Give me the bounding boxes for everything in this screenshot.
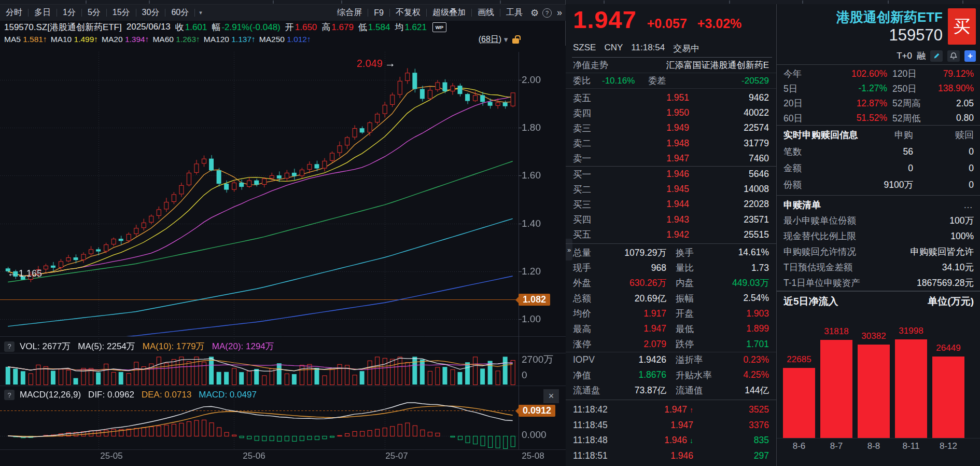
y-axis-tick: 1.00 [522, 313, 541, 325]
gear-icon[interactable]: ⚙ [528, 7, 541, 19]
flow-bar [932, 357, 964, 438]
commission-ratio-row: 委比 -10.16% 委差 -20529 [566, 73, 776, 89]
perf-row: 60日51.52%52周低0.80 [777, 111, 980, 126]
flow-bar-date: 8-12 [925, 441, 972, 451]
edit-pencil-icon[interactable] [930, 50, 943, 62]
field-低: 低1.584 [358, 21, 390, 33]
net-inflow-bar-chart: 226858-6318188-7303828-8319988-11264498-… [777, 313, 980, 466]
order-book-row[interactable]: 买二1.94514008 [566, 182, 776, 197]
order-book-row[interactable]: 卖五1.9519462 [566, 90, 776, 105]
tab-15分[interactable]: 15分 [107, 7, 136, 18]
tab-60分[interactable]: 60分 [165, 7, 194, 18]
ma-legend-row: MA5 1.581↑MA10 1.499↑MA20 1.394↑MA60 1.2… [0, 33, 567, 46]
low-price-annotation: ← 1.165 [7, 268, 42, 279]
subscription-redemption-info: 实时申购赎回信息 申购 赎回 笔数560金额00份额9100万0 [777, 127, 980, 193]
order-book-row[interactable]: 卖四1.95040022 [566, 105, 776, 120]
flow-bar-value: 31998 [888, 326, 934, 336]
exchange-status-row: SZSE CNY 11:18:54 交易中 [573, 43, 769, 54]
stat-row: 总量1079.29万换手14.61% [566, 245, 776, 260]
exchange-label: SZSE [573, 43, 596, 54]
tick-row: 11:18:481.946↓835 [566, 433, 776, 448]
unlock-icon[interactable] [512, 38, 519, 44]
performance-grid: 今年102.60%120日79.12%5日-1.27%250日138.90%20… [777, 66, 980, 126]
tab-30分[interactable]: 30分 [136, 7, 165, 18]
menu-F9[interactable]: F9 [368, 8, 389, 18]
toolbar-menu: 综合屏F9不复权超级叠加画线工具 [331, 7, 528, 18]
tab-5分[interactable]: 5分 [82, 7, 106, 18]
menu-超级叠加[interactable]: 超级叠加 [427, 7, 471, 18]
period-tabs: 分时多日1分5分15分30分60分 [0, 7, 195, 18]
perf-row: 5日-1.27%250日138.90% [777, 81, 980, 97]
x-axis-tick: 25-05 [100, 451, 122, 461]
alert-bell-icon[interactable] [947, 50, 960, 62]
dropdown-caret-icon[interactable]: ▾ [195, 9, 206, 16]
legend-MA250: MA250 1.012↑ [259, 35, 311, 44]
order-book-row[interactable]: 卖一1.9477460 [566, 151, 776, 166]
candlestick-chart[interactable] [0, 46, 566, 466]
field-开: 开1.650 [285, 21, 317, 33]
close-icon[interactable]: × [543, 389, 559, 403]
tab-1分[interactable]: 1分 [57, 7, 81, 18]
section-title: 申赎清单 [783, 199, 821, 211]
quote-panel: » 1.947 +0.057 +3.02% SZSE CNY 11:18:54 … [566, 4, 776, 466]
buy-button[interactable]: 买 [948, 8, 976, 45]
menu-画线[interactable]: 画线 [472, 7, 500, 18]
stat-row: 总额20.69亿振幅2.54% [566, 291, 776, 306]
perf-row: 20日12.87%52周高2.05 [777, 96, 980, 111]
order-book-row[interactable]: 买四1.94323571 [566, 212, 776, 227]
cost-price-badge: 1.082 [519, 294, 550, 306]
commission-diff: -20529 [741, 76, 769, 86]
menu-不复权[interactable]: 不复权 [390, 7, 426, 18]
fund-code: 159570 [889, 26, 943, 45]
help-icon[interactable]: ? [4, 390, 15, 400]
order-book-row[interactable]: 卖三1.94922574 [566, 120, 776, 135]
flow-bar [820, 340, 852, 438]
price-change-pct: +3.02% [697, 16, 742, 31]
flow-bar [783, 368, 815, 438]
more-ellipsis-icon[interactable]: … [963, 200, 974, 211]
volume-pane-header: ? VOL: 2677万MA(5): 2254万MA(10): 1779万MA(… [4, 340, 274, 352]
arrow-right-icon: → [385, 57, 396, 70]
add-plus-icon[interactable]: + [964, 50, 976, 62]
macd-pane-header: ? MACD(12,26,9)DIF: 0.0962DEA: 0.0713MAC… [4, 390, 257, 400]
order-book: 卖五1.9519462卖四1.95040022卖三1.94922574卖二1.9… [566, 90, 776, 244]
chart-section: 分时多日1分5分15分30分60分 ▾ 综合屏F9不复权超级叠加画线工具 ⚙ ?… [0, 0, 566, 466]
y-axis-tick: 1.80 [522, 122, 541, 133]
order-book-row[interactable]: 买五1.94225515 [566, 227, 776, 242]
symbol-label: 159570.SZ[港股通创新药ETF] [4, 21, 122, 33]
order-book-row[interactable]: 买一1.9465646 [566, 167, 776, 182]
vol-axis-zero: 0 [522, 369, 527, 381]
perf-row: 今年102.60%120日79.12% [777, 66, 980, 81]
tab-多日[interactable]: 多日 [29, 7, 57, 18]
y-axis-tick: 1.40 [522, 218, 541, 229]
vol-axis-max: 2700万 [522, 353, 553, 366]
wp-monitor-icon[interactable]: WP [432, 22, 446, 32]
commission-ratio: -10.16% [602, 76, 635, 86]
redemption-row: 最小申赎单位份额100万 [777, 213, 980, 228]
fund-name: 港股通创新药ETF [836, 8, 943, 26]
order-book-row[interactable]: 买三1.94422028 [566, 197, 776, 212]
subs-row: 金额00 [777, 160, 980, 176]
order-book-row[interactable]: 卖二1.94831779 [566, 136, 776, 151]
x-axis-tick: 25-08 [522, 451, 544, 461]
margin-label: 融 [917, 50, 926, 62]
help-icon[interactable]: ? [4, 341, 15, 352]
field-高: 高1.679 [321, 21, 354, 33]
menu-工具[interactable]: 工具 [500, 7, 528, 18]
nav-trend-row[interactable]: 净值走势 汇添富国证港股通创新药E [566, 58, 776, 73]
subs-row: 笔数560 [777, 143, 980, 160]
last-price-block: 1.947 +0.057 +3.02% [573, 5, 741, 34]
range-dropdown-icon[interactable]: ▼ [502, 36, 509, 44]
macd-axis-zero: 0.000 [522, 429, 547, 441]
fund-info-panel: 港股通创新药ETF 159570 买 T+0 融 + 今年102.60%120日… [776, 4, 980, 466]
legend-MA60: MA60 1.263↑ [152, 35, 200, 44]
date-label: 2025/06/13 [127, 22, 171, 32]
help-icon[interactable]: ? [541, 7, 553, 19]
tab-分时[interactable]: 分时 [0, 7, 28, 18]
visible-range-label[interactable]: (68日) [479, 34, 501, 45]
double-chevron-icon[interactable]: » [553, 7, 566, 19]
menu-综合屏[interactable]: 综合屏 [331, 7, 368, 18]
stat-row: 流通盘73.87亿流通值144亿 [566, 383, 776, 398]
legend-MA120: MA120 1.137↑ [204, 35, 256, 44]
fund-full-name: 汇添富国证港股通创新药E [666, 59, 769, 71]
